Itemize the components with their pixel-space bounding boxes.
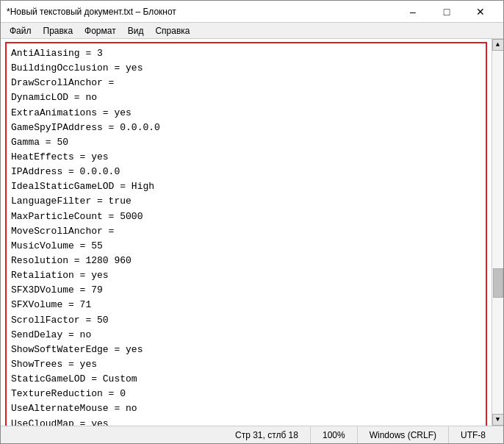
text-editor[interactable]: AntiAliasing = 3 BuildingOcclusion = yes… [1,39,492,426]
maximize-button[interactable]: □ [430,1,464,23]
scroll-down-button[interactable]: ▼ [492,414,504,426]
title-bar: *Новый текстовый документ.txt – Блокнот … [1,1,503,23]
menu-format[interactable]: Формат [79,24,122,37]
editor-area: AntiAliasing = 3 BuildingOcclusion = yes… [1,39,503,426]
menu-file[interactable]: Файл [4,24,37,37]
scroll-thumb[interactable] [493,268,503,298]
menu-help[interactable]: Справка [149,24,195,37]
line-ending: Windows (CRLF) [357,426,448,443]
window-title: *Новый текстовый документ.txt – Блокнот [7,7,176,17]
menu-view[interactable]: Вид [122,24,150,37]
status-bar: Стр 31, стлб 18 100% Windows (CRLF) UTF-… [1,426,503,443]
cursor-position: Стр 31, стлб 18 [223,426,310,443]
scroll-track[interactable] [492,51,503,414]
encoding: UTF-8 [448,426,497,443]
close-button[interactable]: ✕ [464,1,497,23]
menu-edit[interactable]: Правка [37,24,79,37]
zoom-level: 100% [310,426,357,443]
vertical-scrollbar[interactable]: ▲ ▼ [492,39,503,426]
menu-bar: Файл Правка Формат Вид Справка [1,23,503,39]
scroll-up-button[interactable]: ▲ [492,39,504,51]
window-controls: – □ ✕ [396,1,497,23]
notepad-window: *Новый текстовый документ.txt – Блокнот … [0,0,504,444]
text-content: AntiAliasing = 3 BuildingOcclusion = yes… [5,42,487,426]
minimize-button[interactable]: – [396,1,430,23]
